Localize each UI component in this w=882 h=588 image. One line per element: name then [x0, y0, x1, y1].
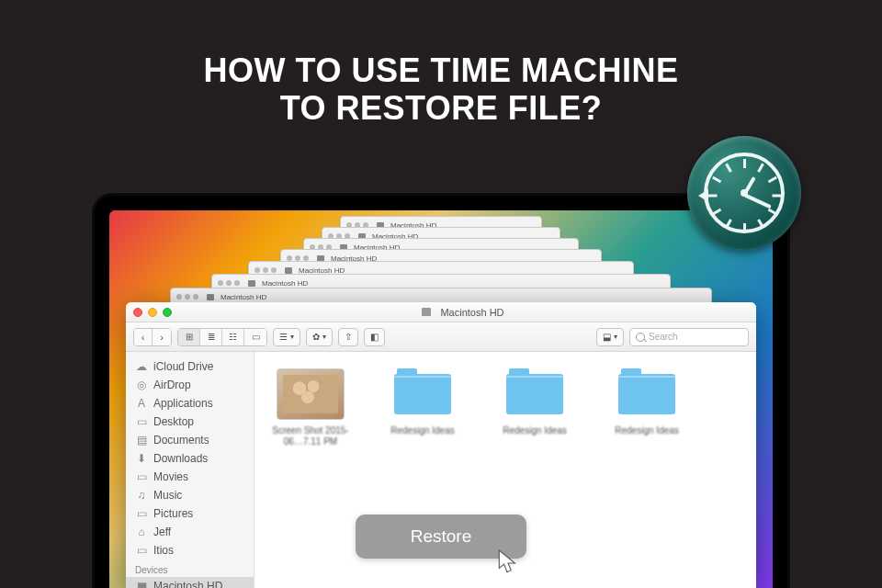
sidebar-item-label: AirDrop	[153, 379, 191, 391]
sidebar-item-label: Macintosh HD	[153, 580, 222, 588]
airdrop-icon: ◎	[135, 379, 148, 390]
file-label: Redesign Ideas	[379, 425, 466, 436]
folder-thumbnail	[389, 368, 457, 420]
close-button[interactable]	[133, 308, 142, 317]
folder-icon	[618, 374, 675, 414]
stage: Macintosh HD Macintosh HD Macintosh HD M…	[92, 184, 790, 588]
sidebar-item-label: Documents	[153, 434, 209, 447]
sidebar-item-downloads[interactable]: ⬇Downloads	[126, 449, 254, 468]
zoom-button[interactable]	[163, 308, 172, 317]
sidebar-item-jeff[interactable]: ⌂Jeff	[126, 523, 254, 541]
search-placeholder: Search	[649, 332, 678, 342]
sidebar-item-icloud[interactable]: ☁iCloud Drive	[126, 357, 254, 376]
minimize-button[interactable]	[148, 308, 157, 317]
stacked-title: Macintosh HD	[262, 279, 308, 288]
cursor-icon	[498, 549, 518, 575]
tags-button[interactable]: ◧	[364, 328, 385, 346]
sidebar-item-itios[interactable]: ▭Itios	[126, 541, 254, 560]
home-icon: ⌂	[135, 526, 148, 537]
file-label: Redesign Ideas	[492, 425, 578, 436]
search-icon	[636, 333, 645, 342]
time-machine-icon	[687, 136, 801, 250]
file-label: Screen Shot 2015-06…7.11 PM	[267, 425, 354, 447]
documents-icon: ▤	[135, 435, 148, 446]
downloads-icon: ⬇	[135, 453, 148, 464]
sidebar-item-label: Itios	[153, 544, 174, 557]
cloud-icon: ☁	[135, 361, 148, 372]
hd-icon	[422, 308, 431, 316]
search-input[interactable]: Search	[629, 328, 749, 346]
file-item[interactable]: Screen Shot 2015-06…7.11 PM	[267, 368, 354, 447]
sidebar-devices-header: Devices	[126, 560, 254, 577]
finder-title: Macintosh HD	[440, 307, 503, 318]
apps-icon: A	[135, 398, 148, 409]
heading-line-1: HOW TO USE TIME MACHINE	[204, 51, 679, 89]
page-title: HOW TO USE TIME MACHINE TO RESTORE FILE?	[0, 0, 882, 128]
hd-icon	[285, 267, 292, 274]
finder-toolbar: ‹ › ⊞ ≣ ☷ ▭ ☰▾ ✿▾ ⇧ ◧ ⬓▾	[126, 322, 756, 352]
sidebar-item-label: iCloud Drive	[153, 360, 213, 373]
nav-buttons[interactable]: ‹ ›	[133, 328, 172, 346]
folder-thumbnail	[613, 368, 681, 420]
folder-icon	[394, 374, 451, 414]
folder-icon	[506, 374, 563, 414]
screenshot-thumbnail	[277, 368, 345, 420]
sidebar-item-macintosh-hd[interactable]: ▆Macintosh HD	[126, 577, 254, 588]
desktop-icon: ▭	[135, 416, 148, 427]
clock-icon	[704, 153, 785, 233]
heading-line-2: TO RESTORE FILE?	[280, 89, 603, 127]
sidebar-item-label: Applications	[153, 397, 213, 410]
file-item[interactable]: Redesign Ideas	[379, 368, 466, 436]
sidebar-item-label: Desktop	[153, 415, 194, 428]
sidebar-item-airdrop[interactable]: ◎AirDrop	[126, 376, 254, 394]
finder-titlebar: Macintosh HD	[126, 302, 756, 322]
gallery-view-button[interactable]: ▭	[244, 329, 266, 345]
sidebar-item-pictures[interactable]: ▭Pictures	[126, 504, 254, 523]
group-button[interactable]: ☰▾	[273, 328, 300, 346]
file-item[interactable]: Redesign Ideas	[492, 368, 578, 436]
sidebar-item-applications[interactable]: AApplications	[126, 394, 254, 413]
sidebar-item-documents[interactable]: ▤Documents	[126, 431, 254, 449]
sidebar-item-label: Movies	[153, 470, 188, 483]
sidebar-item-desktop[interactable]: ▭Desktop	[126, 413, 254, 431]
folder-icon: ▭	[135, 545, 148, 556]
list-view-button[interactable]: ≣	[200, 329, 222, 345]
icon-view-button[interactable]: ⊞	[178, 329, 200, 345]
stacked-title: Macintosh HD	[220, 293, 266, 301]
hd-icon: ▆	[135, 581, 148, 588]
back-button[interactable]: ‹	[134, 329, 153, 345]
sidebar-item-music[interactable]: ♫Music	[126, 486, 254, 504]
action-button[interactable]: ✿▾	[306, 328, 333, 346]
sidebar-item-label: Pictures	[153, 507, 193, 520]
pictures-icon: ▭	[135, 508, 148, 519]
music-icon: ♫	[135, 490, 148, 501]
share-button[interactable]: ⇧	[338, 328, 358, 346]
file-item[interactable]: Redesign Ideas	[604, 368, 690, 436]
column-view-button[interactable]: ☷	[222, 329, 244, 345]
folder-thumbnail	[501, 368, 569, 420]
forward-button[interactable]: ›	[153, 329, 171, 345]
hd-icon	[207, 294, 214, 300]
sidebar-item-label: Jeff	[153, 526, 171, 538]
file-label: Redesign Ideas	[604, 425, 690, 436]
sidebar-item-movies[interactable]: ▭Movies	[126, 468, 254, 486]
sidebar-item-label: Downloads	[153, 452, 208, 465]
movies-icon: ▭	[135, 471, 148, 482]
view-switcher[interactable]: ⊞ ≣ ☷ ▭	[177, 328, 267, 346]
dropbox-button[interactable]: ⬓▾	[596, 328, 624, 346]
hd-icon	[248, 280, 255, 287]
sidebar-item-label: Music	[153, 489, 182, 502]
finder-sidebar: ☁iCloud Drive ◎AirDrop AApplications ▭De…	[126, 352, 254, 588]
restore-label: Restore	[411, 526, 472, 547]
